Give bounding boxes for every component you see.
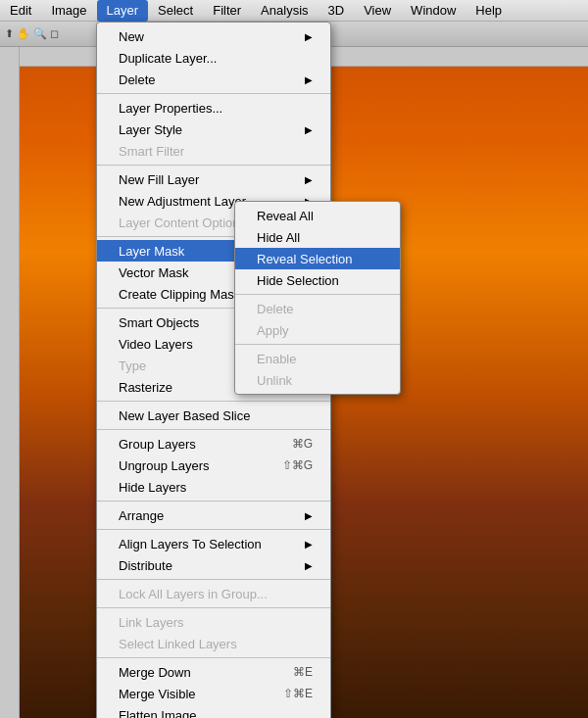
submenu-item-reveal-all[interactable]: Reveal All [235, 205, 400, 226]
menu-analysis[interactable]: Analysis [251, 0, 318, 22]
menu-item-merge-visible[interactable]: Merge Visible ⇧⌘E [97, 683, 330, 704]
submenu-item-apply[interactable]: Apply [235, 319, 400, 341]
menu-item-smart-filter[interactable]: Smart Filter [97, 140, 330, 162]
menu-item-hide-layers[interactable]: Hide Layers [97, 476, 330, 498]
menu-item-align-layers[interactable]: Align Layers To Selection ▶ [97, 533, 330, 554]
separator-8 [97, 529, 330, 530]
menu-item-select-linked-layers[interactable]: Select Linked Layers [97, 633, 330, 654]
menu-image[interactable]: Image [41, 0, 96, 22]
menu-item-flatten-image[interactable]: Flatten Image [97, 704, 330, 718]
submenu-separator-2 [235, 344, 400, 345]
menu-bar: Edit Image Layer Select Filter Analysis … [0, 0, 588, 22]
menu-item-distribute[interactable]: Distribute ▶ [97, 554, 330, 576]
menu-item-arrange[interactable]: Arrange ▶ [97, 504, 330, 526]
submenu-item-enable[interactable]: Enable [235, 348, 400, 369]
separator-7 [97, 501, 330, 502]
menu-item-new[interactable]: New ▶ [97, 25, 330, 47]
menu-window[interactable]: Window [401, 0, 466, 22]
menu-item-lock-all-layers[interactable]: Lock All Layers in Group... [97, 583, 330, 604]
separator-1 [97, 93, 330, 94]
menu-3d[interactable]: 3D [318, 0, 355, 22]
submenu-item-hide-all[interactable]: Hide All [235, 226, 400, 248]
toolbar-icons: ⬆ ✋ 🔍 ◻ [5, 27, 59, 40]
layer-mask-submenu: Reveal All Hide All Reveal Selection Hid… [234, 201, 401, 395]
separator-6 [97, 429, 330, 430]
separator-5 [97, 401, 330, 402]
menu-select[interactable]: Select [148, 0, 203, 22]
menu-item-new-fill-layer[interactable]: New Fill Layer ▶ [97, 168, 330, 190]
submenu-separator-1 [235, 294, 400, 295]
menu-item-duplicate-layer[interactable]: Duplicate Layer... [97, 47, 330, 69]
separator-10 [97, 607, 330, 608]
menu-help[interactable]: Help [466, 0, 512, 22]
menu-item-link-layers[interactable]: Link Layers [97, 611, 330, 633]
menu-filter[interactable]: Filter [203, 0, 251, 22]
menu-layer[interactable]: Layer [97, 0, 149, 22]
menu-item-layer-style[interactable]: Layer Style ▶ [97, 119, 330, 140]
menu-edit[interactable]: Edit [0, 0, 41, 22]
separator-11 [97, 657, 330, 658]
menu-item-merge-down[interactable]: Merge Down ⌘E [97, 661, 330, 683]
menu-item-new-layer-based-slice[interactable]: New Layer Based Slice [97, 405, 330, 426]
ruler-vertical [0, 47, 20, 718]
separator-2 [97, 165, 330, 166]
menu-item-group-layers[interactable]: Group Layers ⌘G [97, 433, 330, 455]
menu-view[interactable]: View [354, 0, 401, 22]
menu-item-layer-properties[interactable]: Layer Properties... [97, 97, 330, 119]
menu-item-ungroup-layers[interactable]: Ungroup Layers ⇧⌘G [97, 455, 330, 476]
submenu-item-delete[interactable]: Delete [235, 298, 400, 319]
submenu-item-unlink[interactable]: Unlink [235, 369, 400, 391]
submenu-item-reveal-selection[interactable]: Reveal Selection [235, 248, 400, 269]
submenu-item-hide-selection[interactable]: Hide Selection [235, 269, 400, 291]
separator-9 [97, 579, 330, 580]
menu-item-delete[interactable]: Delete ▶ [97, 69, 330, 90]
